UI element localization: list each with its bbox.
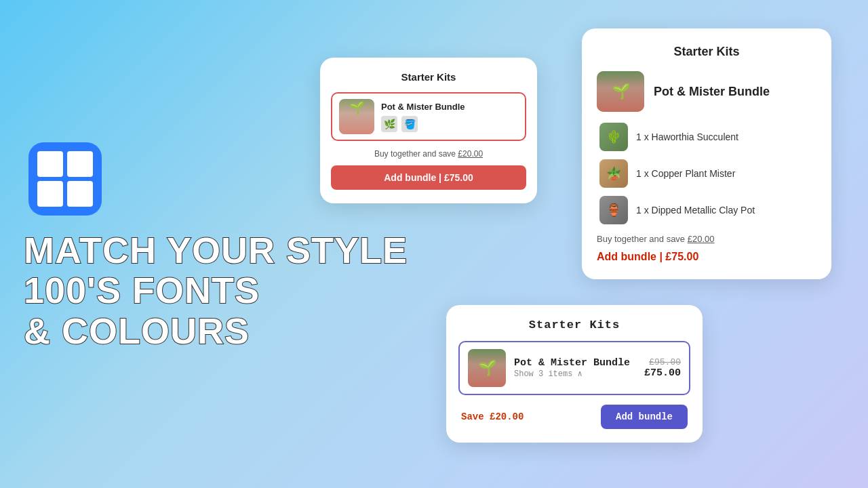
card1-add-bundle-button[interactable]: Add bundle | £75.00 — [331, 165, 526, 190]
card3-bundle-info: Pot & Mister Bundle Show 3 items ∧ — [514, 357, 636, 379]
pot-icon: 🏺 — [599, 196, 628, 224]
app-icon — [28, 142, 102, 216]
card2-item-label-1: 1 x Copper Plant Mister — [636, 168, 735, 179]
card2-item-thumb-1: 🪴 — [599, 159, 628, 188]
mister-icon: 🪴 — [599, 159, 628, 188]
card2-add-bundle-button[interactable]: Add bundle | £75.00 — [597, 251, 698, 263]
card1-bundle-row: Pot & Mister Bundle 🌿 🪣 — [331, 92, 526, 141]
card3-prices: £95.00 £75.00 — [644, 357, 681, 379]
card1-save-text: Buy together and save £20.00 — [331, 149, 526, 159]
card2-bundle-thumb: 🌱 — [597, 71, 644, 112]
card3-price-old: £95.00 — [644, 357, 681, 367]
card2-bundle-name: Pot & Mister Bundle — [654, 85, 770, 99]
headline-line3: & COLOURS — [24, 311, 408, 351]
card1-save-link[interactable]: £20.00 — [458, 149, 483, 159]
card3-title: Starter Kits — [458, 319, 690, 331]
card2-item-thumb-0: 🌵 — [599, 123, 628, 151]
card3-price-new: £75.00 — [644, 367, 681, 379]
card2-title: Starter Kits — [597, 45, 816, 59]
card1-bundle-name: Pot & Mister Bundle — [381, 102, 465, 112]
card2-item-label-2: 1 x Dipped Metallic Clay Pot — [636, 205, 755, 216]
card-small: Starter Kits Pot & Mister Bundle 🌿 🪣 Buy… — [320, 58, 537, 203]
card3-add-bundle-button[interactable]: Add bundle — [601, 405, 688, 429]
headline-line1: MATCH YOUR STYLE — [24, 230, 408, 270]
card2-item-row-0: 🌵 1 x Haworthia Succulent — [597, 123, 816, 151]
card2-item-thumb-2: 🏺 — [599, 196, 628, 224]
card3-footer: Save £20.00 Add bundle — [458, 405, 690, 429]
card1-plant-image — [339, 99, 374, 134]
card1-bundle-icons: 🌿 🪣 — [381, 116, 465, 132]
card2-save-text: Buy together and save £20.00 — [597, 234, 816, 244]
card3-save-amount: Save £20.00 — [461, 411, 524, 422]
card3-show-items[interactable]: Show 3 items ∧ — [514, 369, 636, 379]
card1-title: Starter Kits — [331, 71, 526, 83]
card2-item-row-2: 🏺 1 x Dipped Metallic Clay Pot — [597, 196, 816, 224]
headline-line2: 100'S FONTS — [24, 270, 408, 310]
icon-cell-1 — [37, 151, 63, 177]
headline: MATCH YOUR STYLE 100'S FONTS & COLOURS — [24, 230, 408, 351]
card2-bundle-header: 🌱 Pot & Mister Bundle — [597, 71, 816, 112]
card-mono: Starter Kits 🌱 Pot & Mister Bundle Show … — [446, 305, 703, 443]
card-large: Starter Kits 🌱 Pot & Mister Bundle 🌵 1 x… — [582, 28, 831, 279]
card2-item-label-0: 1 x Haworthia Succulent — [636, 131, 738, 142]
card2-plant-image: 🌱 — [597, 71, 644, 112]
card1-icon-succulent: 🌿 — [381, 116, 397, 132]
card3-bundle-row: 🌱 Pot & Mister Bundle Show 3 items ∧ £95… — [458, 341, 690, 395]
icon-cell-2 — [67, 151, 93, 177]
card3-bundle-thumb: 🌱 — [468, 349, 506, 387]
card2-item-row-1: 🪴 1 x Copper Plant Mister — [597, 159, 816, 188]
card3-bundle-name: Pot & Mister Bundle — [514, 357, 636, 369]
icon-cell-3 — [37, 181, 63, 207]
card2-save-link[interactable]: £20.00 — [688, 234, 715, 244]
card1-icon-mister: 🪣 — [401, 116, 418, 132]
card1-bundle-thumb — [339, 99, 374, 134]
succulent-icon: 🌵 — [599, 123, 628, 151]
icon-cell-4 — [67, 181, 93, 207]
card3-plant-image: 🌱 — [468, 349, 506, 387]
